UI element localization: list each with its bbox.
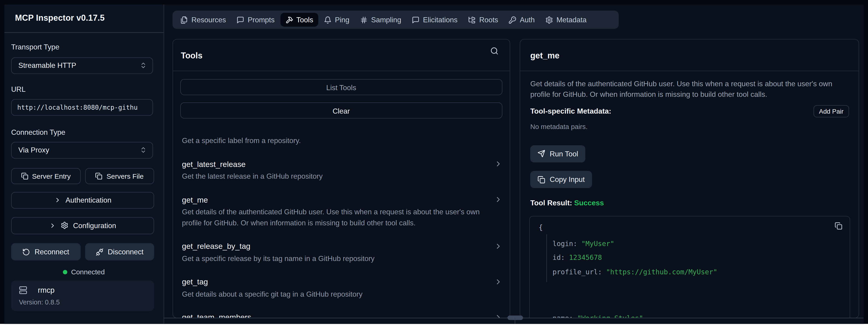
tab-metadata[interactable]: Metadata <box>540 13 592 27</box>
disconnect-button[interactable]: Disconnect <box>85 243 154 260</box>
tool-name: get_team_members <box>182 311 251 318</box>
tab-label: Roots <box>479 16 498 24</box>
run-tool-button[interactable]: Run Tool <box>530 145 585 162</box>
tool-description: Get the latest release in a GitHub repos… <box>173 171 509 182</box>
top-nav: ResourcesPromptsToolsPingSamplingElicita… <box>173 10 619 29</box>
tool-item-get_me[interactable]: get_meGet details of the authenticated G… <box>173 194 509 228</box>
server-entry-label: Server Entry <box>32 172 70 180</box>
message-square-icon <box>412 16 420 24</box>
tab-tools[interactable]: Tools <box>280 13 318 27</box>
folder-tree-icon <box>468 16 476 24</box>
json-value: "Working Styles" <box>577 314 643 318</box>
result-json-view: { login: "MyUser"id: 12345678profile_url… <box>529 216 850 318</box>
rotate-ccw-icon <box>22 248 30 256</box>
tool-item-get_latest_release[interactable]: get_latest_releaseGet the latest release… <box>173 158 509 182</box>
json-indent-guide <box>546 234 547 282</box>
add-pair-button[interactable]: Add Pair <box>813 105 849 117</box>
tab-prompts[interactable]: Prompts <box>231 13 280 27</box>
tool-description: Get details of the authenticated GitHub … <box>173 207 509 228</box>
tool-name: get_me <box>182 194 208 205</box>
no-metadata-text: No metadata pairs. <box>530 123 848 130</box>
json-rows: login: "MyUser"id: 12345678profile_url: … <box>553 237 717 279</box>
connection-status: Connected <box>4 268 163 276</box>
copy-input-button[interactable]: Copy Input <box>530 171 592 188</box>
url-input[interactable] <box>11 99 153 115</box>
chevron-right-icon <box>494 195 502 204</box>
tool-result-label: Tool Result: <box>530 199 572 207</box>
json-row-clipped: name: "Working Styles" <box>553 311 643 318</box>
tool-detail-panel: get_me Get details of the authenticated … <box>520 39 859 318</box>
configuration-toggle[interactable]: Configuration <box>11 217 154 234</box>
servers-file-button[interactable]: Servers File <box>85 168 154 184</box>
json-key: login: <box>553 240 577 247</box>
tab-label: Tools <box>297 16 313 24</box>
json-value: "https://github.com/MyUser" <box>606 268 717 276</box>
chevrons-up-down-icon <box>140 62 147 69</box>
copy-icon <box>95 173 102 180</box>
tool-item-get_team_members[interactable]: get_team_membersGet member usernames of … <box>173 311 509 318</box>
json-key: name: <box>553 314 573 318</box>
tool-description: Get a specific label from a repository. <box>173 135 509 146</box>
app-title: MCP Inspector v0.17.5 <box>15 13 104 22</box>
metadata-label: Tool-specific Metadata: <box>530 107 611 115</box>
server-entry-button[interactable]: Server Entry <box>11 168 80 184</box>
json-row: profile_url: "https://github.com/MyUser" <box>553 265 717 279</box>
copy-result-icon[interactable] <box>835 222 842 230</box>
sidebar-header-divider <box>4 32 163 32</box>
tool-name: get_release_by_tag <box>182 240 250 251</box>
tools-panel-title: Tools <box>181 51 202 60</box>
tab-auth[interactable]: Auth <box>504 13 540 27</box>
tool-name: get_latest_release <box>182 158 246 169</box>
authentication-toggle[interactable]: Authentication <box>11 192 154 209</box>
connection-type-select[interactable]: Via Proxy <box>11 142 153 158</box>
json-key: profile_url: <box>553 268 602 276</box>
send-icon <box>537 150 546 157</box>
tab-ping[interactable]: Ping <box>319 13 354 27</box>
tool-item-partial[interactable]: Get a specific label from a repository. <box>173 135 509 146</box>
tab-label: Prompts <box>248 16 275 24</box>
copy-input-label: Copy Input <box>550 175 585 183</box>
json-key: id: <box>553 254 565 262</box>
copy-icon <box>21 173 28 180</box>
status-text: Connected <box>71 268 104 276</box>
status-dot <box>63 269 67 274</box>
authentication-label: Authentication <box>65 196 111 204</box>
tool-description: Get a specific release by its tag name i… <box>173 253 509 264</box>
settings-icon <box>546 16 553 24</box>
tool-item-get_tag[interactable]: get_tagGet details about a specific git … <box>173 276 509 299</box>
detail-panel-header: get_me <box>520 39 858 71</box>
tab-label: Elicitations <box>423 16 457 24</box>
tool-item-get_release_by_tag[interactable]: get_release_by_tagGet a specific release… <box>173 240 509 264</box>
transport-type-value: Streamable HTTP <box>19 61 140 70</box>
tab-roots[interactable]: Roots <box>463 13 503 27</box>
chevron-right-icon <box>494 313 502 318</box>
screen: MCP Inspector v0.17.5 Transport Type Str… <box>0 0 868 327</box>
sidebar-border <box>163 4 164 324</box>
connection-type-value: Via Proxy <box>19 146 140 154</box>
chevron-right-icon <box>494 160 502 168</box>
tab-label: Metadata <box>556 16 587 24</box>
reconnect-button[interactable]: Reconnect <box>11 243 80 260</box>
search-icon[interactable] <box>490 47 498 55</box>
tab-elicitations[interactable]: Elicitations <box>407 13 462 27</box>
chevrons-up-down-icon <box>140 147 147 154</box>
clear-button[interactable]: Clear <box>180 102 502 118</box>
list-tools-button[interactable]: List Tools <box>180 79 502 95</box>
transport-type-select[interactable]: Streamable HTTP <box>11 57 153 73</box>
url-label: URL <box>11 85 26 93</box>
configuration-label: Configuration <box>73 221 116 230</box>
run-tool-label: Run Tool <box>550 149 578 158</box>
selected-tool-description: Get details of the authenticated GitHub … <box>530 79 842 99</box>
tab-label: Sampling <box>371 16 401 24</box>
key-icon <box>508 16 517 24</box>
tab-sampling[interactable]: Sampling <box>355 13 406 27</box>
tool-name: get_tag <box>182 276 208 287</box>
tab-resources[interactable]: Resources <box>175 13 231 27</box>
disconnect-label: Disconnect <box>107 248 144 256</box>
connection-type-label: Connection Type <box>11 128 65 136</box>
chevron-right-icon <box>494 277 502 286</box>
tool-list: Get a specific label from a repository.g… <box>173 135 509 318</box>
tab-label: Resources <box>191 16 226 24</box>
json-open-brace: { <box>538 223 542 231</box>
json-value: "MyUser" <box>581 240 614 247</box>
